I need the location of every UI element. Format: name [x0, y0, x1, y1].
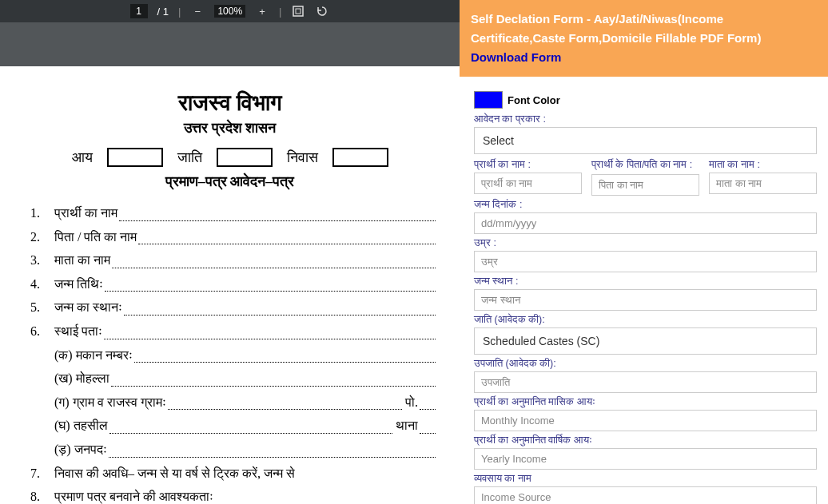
father-name-label: प्रार्थी के पिता/पति का नाम : — [591, 159, 699, 171]
svg-rect-0 — [293, 6, 303, 16]
subcaste-label: उपजाति (आवेदक की): — [474, 358, 817, 370]
monthly-income-label: प्रार्थी का अनुमानित मासिक आयः — [474, 396, 817, 408]
applicant-name-input[interactable] — [474, 173, 582, 194]
zoom-in-button[interactable]: + — [255, 6, 269, 18]
jati-label: जाति — [177, 149, 202, 166]
mother-name-label: माता का नाम : — [709, 159, 817, 171]
dob-input[interactable] — [474, 212, 817, 234]
page-separator: / 1 — [157, 6, 169, 18]
form-pane: Self Declation Form - Aay/Jati/Niwas(Inc… — [460, 0, 828, 504]
form-header: Self Declation Form - Aay/Jati/Niwas(Inc… — [460, 0, 828, 77]
caste-select[interactable]: Scheduled Castes (SC) — [474, 327, 817, 355]
jati-box — [217, 148, 273, 167]
pdf-viewer-pane: 1 / 1 | − 100% + | राजस्व विभाग उत्तर प्… — [0, 0, 460, 504]
birthplace-input[interactable] — [474, 289, 817, 311]
toolbar-divider: | — [178, 6, 181, 18]
yearly-income-label: प्रार्थी का अनुमानित वार्षिक आयः — [474, 435, 817, 446]
business-label: व्यवसाय का नाम — [474, 473, 817, 485]
caste-label: जाति (आवेदक की): — [474, 314, 817, 326]
age-input[interactable] — [474, 251, 817, 272]
pdf-form-title: प्रमाण–पत्र आवेदन–पत्र — [24, 173, 436, 190]
zoom-level[interactable]: 100% — [214, 5, 245, 18]
mother-name-input[interactable] — [709, 173, 817, 194]
pdf-background — [0, 22, 460, 66]
font-color-label: Font Color — [508, 94, 560, 106]
subcaste-input[interactable] — [474, 371, 817, 393]
aay-label: आय — [72, 149, 93, 166]
business-input[interactable] — [474, 486, 817, 504]
download-form-link[interactable]: Download Form — [471, 50, 561, 64]
age-label: उम्र : — [474, 237, 817, 249]
niwas-box — [332, 148, 388, 167]
monthly-income-input[interactable] — [474, 410, 817, 431]
father-name-input[interactable] — [591, 174, 699, 196]
header-text: Self Declation Form - Aay/Jati/Niwas(Inc… — [471, 12, 761, 45]
application-type-label: आवेदन का प्रकार : — [474, 113, 817, 125]
svg-rect-1 — [296, 9, 301, 14]
zoom-out-button[interactable]: − — [190, 6, 205, 18]
birthplace-label: जन्म स्थान : — [474, 276, 817, 288]
pdf-checkbox-row: आय जाति निवास — [24, 148, 436, 167]
pdf-toolbar: 1 / 1 | − 100% + | — [0, 0, 460, 22]
page-current-input[interactable]: 1 — [130, 4, 148, 18]
font-color-swatch[interactable] — [474, 91, 503, 109]
fit-page-icon[interactable] — [291, 4, 305, 18]
yearly-income-input[interactable] — [474, 448, 817, 470]
pdf-page: राजस्व विभाग उत्तर प्रदेश शासन आय जाति न… — [0, 66, 460, 504]
rotate-icon[interactable] — [315, 4, 329, 18]
aay-box — [107, 148, 163, 167]
pdf-form-list: 1.प्रार्थी का नाम 2.पिता / पति का नाम 3.… — [24, 201, 436, 504]
application-type-select[interactable]: Select — [474, 127, 817, 154]
dob-label: जन्म दिनांक : — [474, 199, 817, 211]
applicant-name-label: प्रार्थी का नाम : — [474, 159, 582, 171]
niwas-label: निवास — [287, 149, 318, 166]
pdf-subtitle: उत्तर प्रदेश शासन — [24, 120, 436, 137]
form-fields: Font Color आवेदन का प्रकार : Select प्रा… — [460, 77, 828, 504]
toolbar-divider: | — [279, 6, 281, 18]
pdf-title: राजस्व विभाग — [24, 90, 436, 117]
